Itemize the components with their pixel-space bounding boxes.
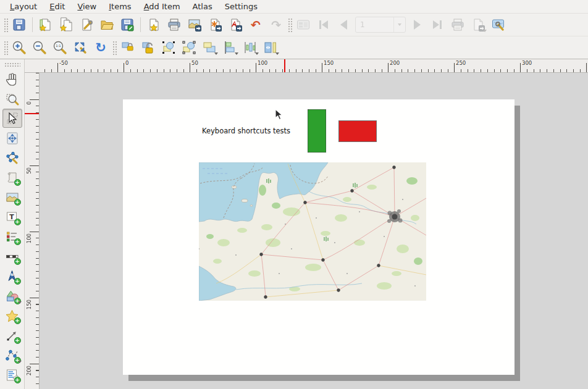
undo-button[interactable]: ↶ xyxy=(246,15,265,34)
toolbar-grip[interactable] xyxy=(112,40,117,55)
redo-button[interactable]: ↷ xyxy=(267,15,285,34)
label-item[interactable]: Keyboard shortcuts tests xyxy=(202,127,307,136)
toolbar-grip[interactable] xyxy=(3,40,8,55)
plus-badge-icon: + xyxy=(14,258,21,265)
refresh-button[interactable]: ↻ xyxy=(91,38,110,57)
plus-badge-icon: + xyxy=(14,337,21,344)
atlas-preview-button[interactable] xyxy=(294,15,313,34)
pan-tool-button[interactable] xyxy=(2,69,22,88)
save-project-button[interactable] xyxy=(10,15,28,34)
dropdown-caret-icon xyxy=(483,30,487,32)
duplicate-layout-button[interactable] xyxy=(57,15,75,34)
export-pdf-button[interactable] xyxy=(226,15,245,34)
open-folder-icon xyxy=(99,17,114,32)
add-shape-tool-button[interactable]: + xyxy=(2,287,22,306)
dropdown-caret-icon xyxy=(18,301,22,304)
menu-atlas[interactable]: Atlas xyxy=(187,0,219,14)
ruler-label: 0 xyxy=(26,101,32,104)
lock-items-button[interactable] xyxy=(119,38,137,57)
atlas-export-button[interactable] xyxy=(469,15,487,34)
undo-icon: ↶ xyxy=(251,19,261,31)
separator xyxy=(140,17,141,32)
combobox-dropdown-arrow[interactable] xyxy=(393,17,405,32)
edit-nodes-icon xyxy=(5,151,20,165)
raise-items-button[interactable] xyxy=(200,38,219,57)
export-image-button[interactable] xyxy=(185,15,204,34)
add-label-tool-button[interactable]: T+ xyxy=(2,207,22,227)
zoom-in-button[interactable] xyxy=(10,38,28,57)
zoom-out-button[interactable] xyxy=(30,38,49,57)
add-marker-tool-button[interactable]: + xyxy=(2,306,22,325)
add-pages-button[interactable] xyxy=(145,15,163,34)
align-items-button[interactable] xyxy=(220,38,239,57)
resize-items-button[interactable] xyxy=(261,38,280,57)
add-scalebar-tool-button[interactable]: + xyxy=(2,247,22,266)
save-as-button[interactable] xyxy=(118,15,136,34)
atlas-next-button[interactable] xyxy=(408,15,426,34)
menu-view[interactable]: View xyxy=(71,0,103,14)
new-layout-button[interactable] xyxy=(36,15,55,34)
add-arrow-tool-button[interactable]: + xyxy=(2,326,22,345)
layout-canvas[interactable]: Keyboard shortcuts tests xyxy=(40,73,588,389)
group-items-button[interactable] xyxy=(159,38,178,57)
zoom-tool-button[interactable] xyxy=(2,89,22,108)
ruler-label: 300 xyxy=(522,60,532,66)
toolbar-layout: ↶ ↷ 1 xyxy=(0,14,588,36)
menu-edit[interactable]: Edit xyxy=(43,0,71,14)
add-legend-tool-button[interactable]: + xyxy=(2,227,22,246)
item-toolbox: + + T+ + + N+ + + + + + xyxy=(0,59,25,389)
add-north-arrow-tool-button[interactable]: N+ xyxy=(2,267,22,286)
ruler-label: 150 xyxy=(26,299,32,309)
ruler-label: 50 xyxy=(26,167,32,174)
plus-badge-icon: + xyxy=(14,317,21,324)
vertical-ruler: 0 50 100 150 200 xyxy=(25,73,40,389)
atlas-print-button[interactable] xyxy=(448,15,467,34)
select-move-item-tool-button[interactable] xyxy=(2,109,22,128)
export-svg-icon xyxy=(208,17,222,32)
atlas-print-icon xyxy=(452,19,463,30)
zoom-full-button[interactable] xyxy=(71,38,90,57)
zoom-actual-button[interactable]: 1:1 xyxy=(51,38,69,57)
add-picture-tool-button[interactable]: + xyxy=(2,188,22,207)
distribute-items-button[interactable] xyxy=(241,38,259,57)
atlas-settings-button[interactable] xyxy=(489,15,508,34)
plus-badge-icon: + xyxy=(14,219,21,225)
print-icon xyxy=(169,19,180,30)
map-item[interactable] xyxy=(199,162,426,301)
edit-nodes-tool-button[interactable] xyxy=(2,148,22,167)
green-rectangle-item[interactable] xyxy=(308,109,326,153)
select-move-icon xyxy=(5,111,20,126)
ruler-label: 100 xyxy=(258,60,267,66)
export-svg-button[interactable] xyxy=(206,15,224,34)
atlas-export-icon xyxy=(479,26,485,31)
menu-items[interactable]: Items xyxy=(103,0,137,14)
add-node-item-tool-button[interactable]: + xyxy=(2,346,22,365)
atlas-last-button[interactable] xyxy=(428,15,447,34)
add-html-tool-button[interactable]: + xyxy=(2,366,22,385)
menu-add-item[interactable]: Add Item xyxy=(138,0,187,14)
layout-page[interactable]: Keyboard shortcuts tests xyxy=(123,99,514,375)
open-folder-button[interactable] xyxy=(98,15,116,34)
atlas-page-combobox[interactable]: 1 xyxy=(355,17,406,33)
atlas-last-icon xyxy=(430,17,445,32)
atlas-prev-button[interactable] xyxy=(335,15,353,34)
zoom-tool-icon xyxy=(5,91,20,106)
red-rectangle-item[interactable] xyxy=(338,120,377,142)
ungroup-items-button[interactable] xyxy=(180,38,198,57)
toolbar-grip[interactable] xyxy=(3,17,8,32)
menu-settings[interactable]: Settings xyxy=(219,0,264,14)
atlas-first-button[interactable] xyxy=(314,15,333,34)
print-button[interactable] xyxy=(165,15,183,34)
menu-layout[interactable]: Layout xyxy=(4,0,43,14)
menubar: Layout Edit View Items Add Item Atlas Se… xyxy=(0,0,588,14)
atlas-preview-icon xyxy=(296,17,311,32)
plus-badge-icon: + xyxy=(14,238,21,245)
move-content-tool-button[interactable] xyxy=(2,128,22,148)
unlock-all-button[interactable] xyxy=(139,38,158,57)
add-map-tool-button[interactable]: + xyxy=(2,168,22,187)
svg-text:N: N xyxy=(10,272,13,277)
layout-manager-button[interactable] xyxy=(77,15,96,34)
toolbar-grip[interactable] xyxy=(287,17,292,32)
toolbox-grip[interactable] xyxy=(4,62,20,67)
plus-badge-icon: + xyxy=(14,199,21,206)
